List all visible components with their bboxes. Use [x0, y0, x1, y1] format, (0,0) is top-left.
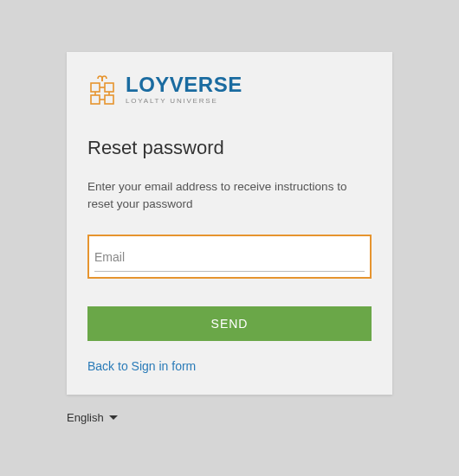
email-input[interactable] [94, 241, 365, 272]
logo-tagline: LOYALTY UNIVERSE [126, 97, 242, 105]
reset-password-card: LOYVERSE LOYALTY UNIVERSE Reset password… [67, 52, 392, 395]
logo: LOYVERSE LOYALTY UNIVERSE [87, 73, 372, 106]
description: Enter your email address to receive inst… [87, 178, 372, 214]
svg-rect-0 [91, 83, 100, 92]
send-button[interactable]: SEND [87, 306, 372, 341]
page-title: Reset password [87, 137, 372, 159]
language-selector[interactable]: English [67, 411, 118, 424]
back-to-signin-link[interactable]: Back to Sign in form [87, 359, 196, 373]
logo-brand: LOYVERSE [126, 74, 242, 95]
chevron-down-icon [109, 415, 118, 420]
logo-text: LOYVERSE LOYALTY UNIVERSE [126, 74, 242, 105]
svg-rect-1 [105, 83, 113, 92]
gift-box-icon [87, 73, 119, 106]
svg-rect-3 [105, 95, 113, 104]
svg-rect-2 [91, 95, 100, 104]
language-selected-label: English [67, 411, 104, 424]
email-field-highlight [87, 235, 372, 279]
